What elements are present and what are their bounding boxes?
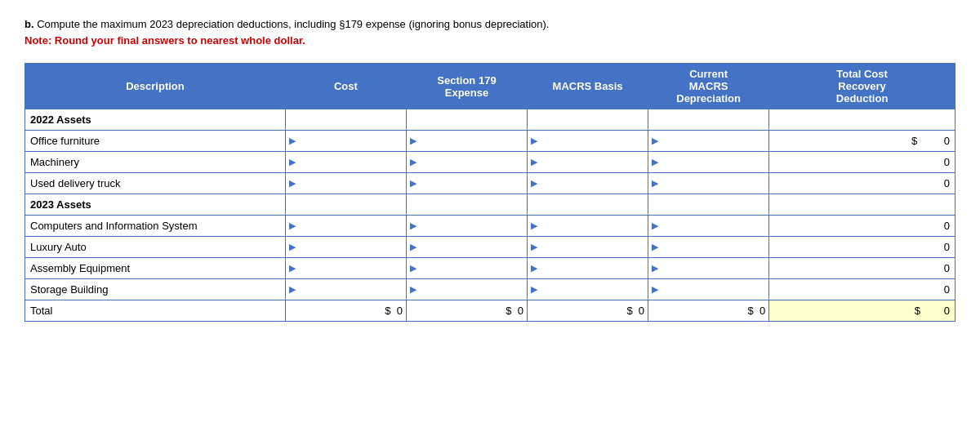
- total-assembly-equipment: 0: [769, 258, 956, 279]
- header-current-macrs: CurrentMACRSDepreciation: [648, 64, 769, 109]
- macrs-basis-luxury-auto[interactable]: ▶: [528, 237, 648, 258]
- current-macrs-storage-building[interactable]: ▶: [648, 279, 769, 300]
- s179-computers-input[interactable]: [418, 220, 523, 232]
- arrow-icon: ▶: [289, 220, 296, 231]
- current-macrs-machinery-input[interactable]: [660, 156, 765, 168]
- arrow-icon: ▶: [531, 284, 537, 295]
- s179-assembly-equipment-input[interactable]: [418, 262, 523, 274]
- current-macrs-assembly-equipment-input[interactable]: [660, 262, 765, 274]
- cost-office-furniture[interactable]: ▶: [285, 131, 406, 152]
- macrs-basis-truck[interactable]: ▶: [528, 173, 648, 194]
- macrs-basis-assembly-equipment[interactable]: ▶: [528, 258, 648, 279]
- current-macrs-computers-input[interactable]: [660, 220, 765, 232]
- s179-storage-building-input[interactable]: [418, 283, 523, 296]
- cost-computers-input[interactable]: [297, 220, 403, 232]
- table-row: Computers and Information System ▶ ▶ ▶: [25, 216, 956, 237]
- s179-storage-building[interactable]: ▶: [406, 279, 527, 300]
- s179-computers[interactable]: ▶: [406, 216, 527, 237]
- arrow-icon: ▶: [289, 263, 296, 274]
- cost-luxury-auto[interactable]: ▶: [285, 237, 406, 258]
- current-macrs-office-furniture[interactable]: ▶: [648, 131, 769, 152]
- current-macrs-truck-input[interactable]: [660, 177, 765, 189]
- macrs-basis-machinery-input[interactable]: [539, 156, 644, 168]
- cost-assembly-equipment-input[interactable]: [297, 262, 403, 274]
- current-macrs-storage-building-input[interactable]: [660, 283, 765, 296]
- arrow-icon: ▶: [410, 157, 416, 167]
- s179-luxury-auto-input[interactable]: [418, 241, 523, 253]
- intro-section: b. Compute the maximum 2023 depreciation…: [24, 16, 956, 48]
- arrow-icon: ▶: [289, 178, 296, 189]
- cost-computers[interactable]: ▶: [285, 216, 406, 237]
- macrs-basis-office-furniture-input[interactable]: [539, 135, 644, 147]
- s179-truck-input[interactable]: [418, 177, 523, 189]
- arrow-icon: ▶: [652, 284, 658, 295]
- section-2023-total: [769, 194, 956, 216]
- table-header-row: Description Cost Section 179Expense MACR…: [25, 64, 956, 109]
- header-total-recovery: Total CostRecoveryDeduction: [769, 64, 956, 109]
- s179-machinery-input[interactable]: [418, 156, 523, 168]
- total-office-furniture: $ 0: [769, 131, 956, 152]
- desc-assembly-equipment: Assembly Equipment: [25, 258, 286, 279]
- current-macrs-luxury-auto[interactable]: ▶: [648, 237, 769, 258]
- arrow-icon: ▶: [652, 178, 658, 189]
- s179-office-furniture-input[interactable]: [418, 135, 523, 147]
- macrs-basis-luxury-auto-input[interactable]: [539, 241, 644, 253]
- arrow-icon: ▶: [289, 242, 296, 252]
- current-macrs-truck[interactable]: ▶: [648, 173, 769, 194]
- section-2022-cost: [285, 109, 406, 131]
- s179-office-furniture[interactable]: ▶: [406, 131, 527, 152]
- s179-assembly-equipment[interactable]: ▶: [406, 258, 527, 279]
- current-macrs-office-furniture-input[interactable]: [660, 135, 765, 147]
- macrs-basis-storage-building[interactable]: ▶: [528, 279, 648, 300]
- macrs-basis-storage-building-input[interactable]: [539, 283, 644, 296]
- header-macrs-basis: MACRS Basis: [528, 64, 648, 109]
- cost-truck[interactable]: ▶: [285, 173, 406, 194]
- macrs-basis-office-furniture[interactable]: ▶: [528, 131, 648, 152]
- total-label: Total: [25, 300, 286, 322]
- section-2023-s179: [406, 194, 527, 216]
- cost-assembly-equipment[interactable]: ▶: [285, 258, 406, 279]
- desc-machinery: Machinery: [25, 152, 286, 173]
- cost-machinery[interactable]: ▶: [285, 152, 406, 173]
- section-2022-current: [648, 109, 769, 131]
- cost-truck-input[interactable]: [297, 177, 403, 189]
- section-2022-s179: [406, 109, 527, 131]
- total-cost-dollar: $: [385, 305, 390, 317]
- intro-note: Note: Round your final answers to neares…: [24, 34, 305, 47]
- cost-storage-building[interactable]: ▶: [285, 279, 406, 300]
- section-2023-cost: [285, 194, 406, 216]
- current-macrs-machinery[interactable]: ▶: [648, 152, 769, 173]
- macrs-basis-assembly-equipment-input[interactable]: [539, 262, 644, 274]
- cost-machinery-input[interactable]: [297, 156, 403, 168]
- macrs-basis-computers[interactable]: ▶: [528, 216, 648, 237]
- cost-luxury-auto-input[interactable]: [297, 241, 403, 253]
- intro-paragraph: b. Compute the maximum 2023 depreciation…: [24, 16, 956, 48]
- current-macrs-assembly-equipment[interactable]: ▶: [648, 258, 769, 279]
- desc-truck: Used delivery truck: [25, 173, 286, 194]
- section-2023-current: [648, 194, 769, 216]
- arrow-icon: ▶: [410, 284, 416, 295]
- s179-truck[interactable]: ▶: [406, 173, 527, 194]
- total-final-value: 0: [944, 305, 950, 317]
- s179-luxury-auto[interactable]: ▶: [406, 237, 527, 258]
- arrow-icon: ▶: [652, 220, 658, 231]
- total-truck: 0: [769, 173, 956, 194]
- arrow-icon: ▶: [410, 178, 416, 189]
- table-row: Luxury Auto ▶ ▶ ▶: [25, 237, 956, 258]
- current-macrs-luxury-auto-input[interactable]: [660, 241, 765, 253]
- arrow-icon: ▶: [652, 263, 658, 274]
- macrs-basis-truck-input[interactable]: [539, 177, 644, 189]
- current-macrs-computers[interactable]: ▶: [648, 216, 769, 237]
- dollar-sign-office: $: [911, 135, 917, 147]
- total-computers: 0: [769, 216, 956, 237]
- desc-computers: Computers and Information System: [25, 216, 286, 237]
- table-row: Used delivery truck ▶ ▶ ▶: [25, 173, 956, 194]
- desc-luxury-auto: Luxury Auto: [25, 237, 286, 258]
- arrow-icon: ▶: [652, 136, 658, 146]
- cost-storage-building-input[interactable]: [297, 283, 403, 296]
- cost-office-furniture-input[interactable]: [297, 135, 403, 147]
- total-final-dollar: $: [915, 305, 920, 317]
- s179-machinery[interactable]: ▶: [406, 152, 527, 173]
- macrs-basis-computers-input[interactable]: [539, 220, 644, 232]
- macrs-basis-machinery[interactable]: ▶: [528, 152, 648, 173]
